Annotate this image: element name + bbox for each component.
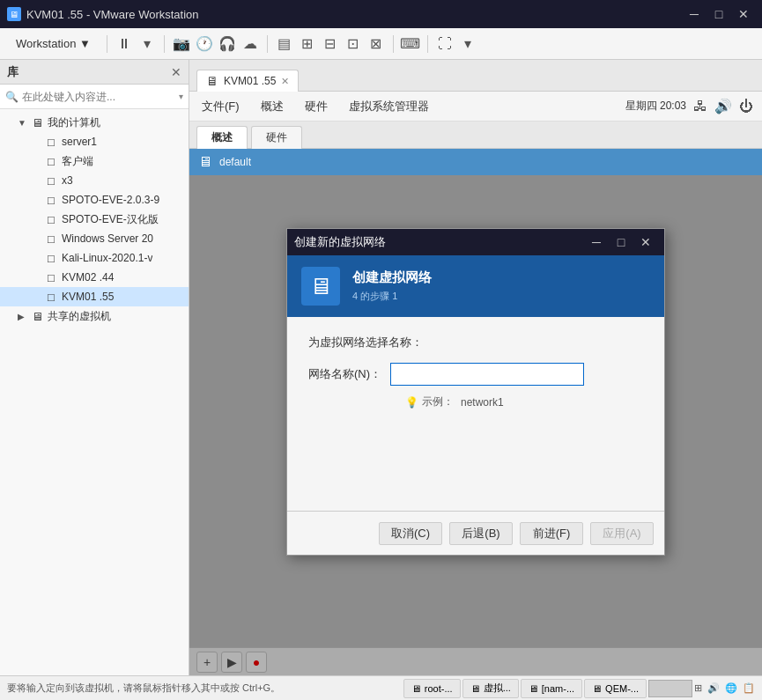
modal-maximize-button[interactable]: □: [610, 232, 633, 252]
tree-item-client[interactable]: □ 客户端: [0, 151, 189, 171]
cancel-button[interactable]: 取消(C): [379, 522, 442, 545]
search-input[interactable]: [22, 91, 179, 103]
vm-label: 客户端: [62, 154, 93, 169]
status-tab-label: root-...: [425, 683, 453, 694]
tab-label: KVM01 .55: [224, 75, 276, 87]
tree-item-spoto2[interactable]: □ SPOTO-EVE-汉化版: [0, 210, 189, 229]
status-tab-icon: 🖥: [529, 683, 538, 694]
overview-tab-btn[interactable]: 概述: [257, 97, 287, 116]
hint-value: network1: [461, 396, 504, 409]
overview-tab[interactable]: 概述: [196, 126, 248, 149]
vm-label: x3: [62, 174, 73, 187]
status-tab-2[interactable]: 🖥 虚拟...: [462, 679, 519, 698]
layout4-icon[interactable]: ⊡: [344, 34, 363, 54]
title-bar: 🖥 KVM01 .55 - VMware Workstation ─ □ ✕: [0, 0, 762, 28]
window-title: KVM01 .55 - VMware Workstation: [26, 8, 199, 21]
tree-item-windows-server[interactable]: □ Windows Server 20: [0, 229, 189, 248]
shared-icon: 🖥: [30, 309, 44, 323]
modal-body: 为虚拟网络选择名称： 网络名称(N)： 💡 示例： network1: [287, 317, 664, 511]
cloud-icon[interactable]: ☁: [240, 34, 260, 54]
status-tab-3[interactable]: 🖥 [nam-...: [521, 679, 582, 698]
search-bar: 🔍 ▾: [0, 85, 189, 109]
back-button[interactable]: 后退(B): [449, 522, 513, 545]
terminal-icon[interactable]: ⌨: [401, 34, 420, 54]
vm-icon: □: [44, 232, 58, 246]
vm-label: Windows Server 20: [62, 232, 153, 245]
hint-prefix: 示例：: [422, 394, 454, 409]
status-tab-label: QEM-...: [605, 683, 639, 694]
expand-arrow-icon: ▶: [18, 312, 28, 321]
tree-my-computer[interactable]: ▼ 🖥 我的计算机: [0, 113, 189, 132]
create-network-modal: 创建新的虚拟网络 ─ □ ✕ 🖥 创建虚拟网络: [286, 228, 665, 556]
status-tab-icon: 🖥: [411, 683, 421, 694]
selected-network-item[interactable]: 🖥 default: [189, 149, 762, 175]
layout5-icon[interactable]: ⊠: [366, 34, 386, 54]
tree-shared-vms[interactable]: ▶ 🖥 共享的虚拟机: [0, 306, 189, 326]
workstation-menu[interactable]: Workstation ▼: [7, 33, 100, 54]
sidebar-close-button[interactable]: ✕: [171, 65, 181, 79]
tree-item-spoto1[interactable]: □ SPOTO-EVE-2.0.3-9: [0, 190, 189, 210]
hardware-menu[interactable]: 硬件: [301, 97, 331, 116]
apply-button[interactable]: 应用(A): [590, 522, 654, 545]
status-tabs: 🖥 root-... 🖥 虚拟... 🖥 [nam-... 🖥 QEM-... …: [403, 676, 755, 701]
vm-tab-bar: 概述 硬件: [189, 122, 762, 149]
search-dropdown-icon[interactable]: ▾: [179, 92, 183, 101]
vm-icon: □: [44, 251, 58, 265]
modal-titlebar: 创建新的虚拟网络 ─ □ ✕: [287, 229, 664, 255]
fullscreen-icon[interactable]: ⛶: [435, 34, 455, 54]
form-instruction: 为虚拟网络选择名称：: [308, 335, 643, 350]
network-name-row: 网络名称(N)：: [308, 363, 643, 386]
minimize-button[interactable]: ─: [683, 4, 706, 24]
tree-item-kvm02[interactable]: □ KVM02 .44: [0, 268, 189, 287]
maximize-button[interactable]: □: [707, 4, 730, 24]
vm-label: KVM01 .55: [62, 291, 114, 303]
modal-overlay: 创建新的虚拟网络 ─ □ ✕ 🖥 创建虚拟网络: [189, 175, 762, 675]
volume-icon: 🔊: [714, 98, 732, 114]
power-icon: ⏻: [739, 99, 753, 114]
tree-container: ▼ 🖥 我的计算机 ▶ □ server1 □ 客户端 □ x3 □ SPOTO…: [0, 109, 189, 675]
clock-icon[interactable]: 🕐: [195, 34, 214, 54]
modal-minimize-button[interactable]: ─: [585, 232, 608, 252]
tree-item-kvm01[interactable]: □ KVM01 .55: [0, 287, 189, 306]
close-button[interactable]: ✕: [732, 4, 755, 24]
layout2-icon[interactable]: ⊞: [298, 34, 317, 54]
vm-toolbar-right: 星期四 20:03 🖧 🔊 ⏻: [625, 98, 753, 114]
search-icon: 🔍: [5, 91, 18, 103]
app-icon: 🖥: [7, 7, 21, 21]
vm-manager-menu[interactable]: 虚拟系统管理器: [345, 97, 433, 116]
hardware-tab[interactable]: 硬件: [251, 126, 302, 149]
next-button[interactable]: 前进(F): [520, 522, 583, 545]
status-tab-icon: 🖥: [470, 683, 480, 694]
snapshot-icon[interactable]: 📷: [172, 34, 191, 54]
layout1-icon[interactable]: ▤: [275, 34, 294, 54]
status-icon-1: ⊞: [694, 682, 702, 694]
tree-item-x3[interactable]: □ x3: [0, 171, 189, 190]
status-icons: ⊞ 🔊 🌐 📋: [694, 682, 755, 694]
status-tab-1[interactable]: 🖥 root-...: [403, 679, 461, 698]
pause-icon[interactable]: ⏸: [115, 34, 134, 54]
tab-kvm01[interactable]: 🖥 KVM01 .55 ✕: [196, 70, 299, 92]
fullscreen-dropdown-icon[interactable]: ▾: [458, 34, 477, 54]
status-bar: 要将输入定向到该虚拟机，请将鼠标指针移入其中或按 Ctrl+G。 🖥 root-…: [0, 675, 762, 700]
tree-item-kali[interactable]: □ Kali-Linux-2020.1-v: [0, 248, 189, 268]
modal-footer: 取消(C) 后退(B) 前进(F) 应用(A): [287, 511, 664, 555]
headset-icon[interactable]: 🎧: [218, 34, 237, 54]
network-diagram-icon: 🖥: [309, 273, 332, 300]
network-name-input[interactable]: [390, 363, 584, 386]
status-tab-label: [nam-...: [542, 683, 574, 694]
tab-close-button[interactable]: ✕: [281, 76, 289, 87]
vm-icon: □: [44, 270, 58, 284]
main-container: 库 ✕ 🔍 ▾ ▼ 🖥 我的计算机 ▶ □ server1 □ 客户端: [0, 60, 762, 675]
status-tab-4[interactable]: 🖥 QEM-...: [584, 679, 647, 698]
layout3-icon[interactable]: ⊟: [321, 34, 340, 54]
tab-bar: 🖥 KVM01 .55 ✕: [189, 60, 762, 92]
file-menu[interactable]: 文件(F): [198, 97, 243, 116]
modal-controls: ─ □ ✕: [585, 232, 657, 252]
my-computer-label: 我的计算机: [48, 115, 100, 130]
dropdown-arrow-icon[interactable]: ▾: [137, 34, 157, 54]
tree-item-server1[interactable]: ▶ □ server1: [0, 132, 189, 151]
modal-close-button[interactable]: ✕: [634, 232, 657, 252]
vm-icon: □: [44, 290, 58, 304]
status-tab-icon: 🖥: [592, 683, 602, 694]
vm-icon: □: [44, 154, 58, 168]
